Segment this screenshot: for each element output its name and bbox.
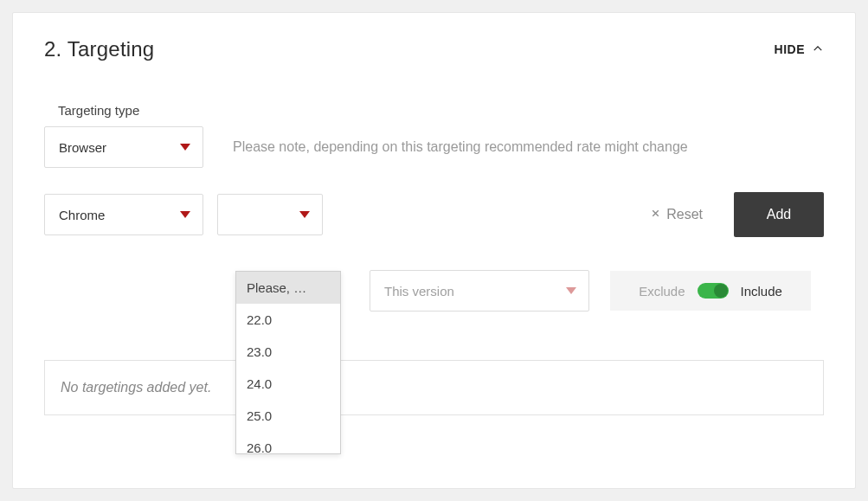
dropdown-item[interactable]: 26.0 (236, 432, 340, 453)
add-button[interactable]: Add (734, 192, 824, 237)
toggle-knob (714, 284, 728, 298)
browser-row: Chrome Reset Add (44, 192, 824, 237)
scope-select[interactable]: This version (370, 270, 589, 312)
targeting-card: 2. Targeting HIDE Targeting type Browser… (12, 12, 856, 489)
exclude-label: Exclude (639, 284, 685, 299)
include-exclude-toggle: Exclude Include (610, 271, 811, 311)
browser-select[interactable]: Chrome (44, 194, 203, 235)
caret-down-icon (180, 144, 190, 151)
reset-label: Reset (666, 207, 703, 222)
targeting-type-select[interactable]: Browser (44, 126, 203, 168)
targetings-list: No targetings added yet. (44, 360, 824, 415)
targeting-type-label: Targeting type (58, 103, 824, 118)
close-icon (650, 207, 661, 222)
dropdown-item[interactable]: 25.0 (236, 400, 340, 432)
browser-value: Chrome (59, 208, 105, 222)
dropdown-item[interactable]: 22.0 (236, 304, 340, 336)
card-header: 2. Targeting HIDE (44, 37, 824, 61)
version-dropdown-scroll[interactable]: Please, … 22.0 23.0 24.0 25.0 26.0 (236, 272, 340, 453)
targeting-type-row: Browser Please note, depending on this t… (44, 126, 824, 168)
toggle-switch[interactable] (698, 283, 729, 299)
dropdown-item[interactable]: Please, … (236, 272, 340, 304)
version-dropdown: Please, … 22.0 23.0 24.0 25.0 26.0 (235, 271, 341, 454)
version-select[interactable] (217, 194, 323, 235)
include-label: Include (741, 284, 782, 299)
targeting-type-value: Browser (59, 140, 106, 155)
reset-button[interactable]: Reset (650, 207, 703, 222)
section-title: 2. Targeting (44, 37, 154, 61)
caret-down-icon (566, 287, 576, 294)
dropdown-item[interactable]: 24.0 (236, 368, 340, 400)
caret-down-icon (180, 211, 190, 218)
scope-row: This version Exclude Include (370, 270, 824, 312)
caret-down-icon (299, 211, 310, 218)
hide-label: HIDE (775, 42, 805, 56)
targeting-note: Please note, depending on this targeting… (233, 139, 688, 155)
chevron-up-icon (812, 42, 824, 57)
hide-button[interactable]: HIDE (775, 42, 824, 57)
empty-state-text: No targetings added yet. (61, 380, 807, 395)
scope-placeholder: This version (384, 284, 454, 299)
dropdown-item[interactable]: 23.0 (236, 336, 340, 368)
